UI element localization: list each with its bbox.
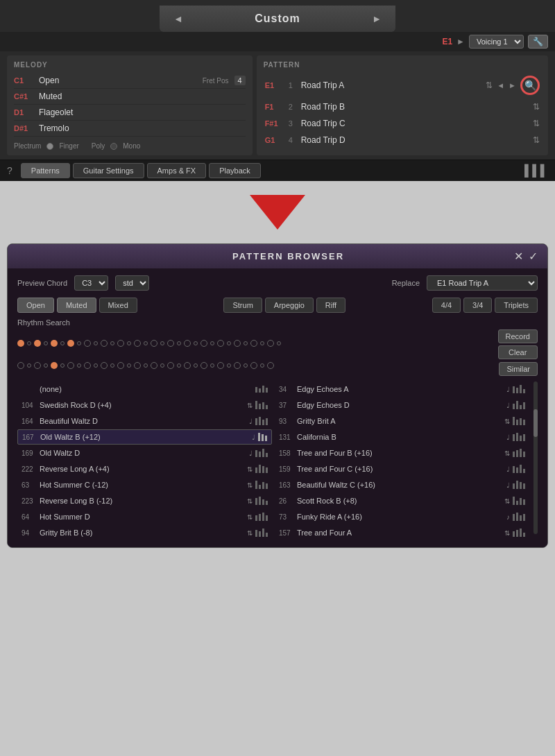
d2-27[interactable] bbox=[234, 362, 241, 369]
scrollbar-thumb[interactable] bbox=[533, 409, 538, 437]
melody-row-d1[interactable]: D1 Flageolet bbox=[14, 105, 246, 121]
chord-select[interactable]: C3 bbox=[74, 275, 108, 291]
d2-23[interactable] bbox=[200, 362, 207, 369]
filter-44[interactable]: 4/4 bbox=[432, 298, 461, 313]
record-button[interactable]: Record bbox=[498, 329, 538, 343]
next-arrow[interactable]: ► bbox=[372, 13, 382, 24]
list-item-73[interactable]: 73 Funky Ride A (+16) ♪ bbox=[275, 509, 529, 524]
pattern-row-g1[interactable]: G1 4 Road Trip D ⇅ bbox=[264, 132, 541, 148]
wrench-button[interactable]: 🔧 bbox=[528, 35, 548, 49]
poly-toggle[interactable] bbox=[110, 143, 117, 150]
d2-1[interactable] bbox=[17, 362, 24, 369]
dot-1[interactable] bbox=[17, 340, 24, 347]
filter-strum[interactable]: Strum bbox=[223, 298, 262, 313]
d2-13[interactable] bbox=[117, 362, 124, 369]
clear-button[interactable]: Clear bbox=[498, 345, 538, 359]
search-button[interactable]: 🔍 bbox=[520, 76, 540, 95]
filter-triplets[interactable]: Triplets bbox=[495, 298, 538, 313]
list-item-222[interactable]: 222 Reverse Long A (+4) ⇅ bbox=[17, 461, 272, 476]
d2-17[interactable] bbox=[151, 362, 157, 369]
list-item-131[interactable]: 131 California B ♩ bbox=[275, 429, 529, 445]
list-item-167[interactable]: 167 Old Waltz B (+12) ♩ bbox=[17, 429, 272, 445]
dot-23[interactable] bbox=[200, 340, 207, 347]
filter-riff[interactable]: Riff bbox=[316, 298, 345, 313]
d2-3[interactable] bbox=[34, 362, 41, 369]
dot-27[interactable] bbox=[234, 340, 241, 347]
similar-button[interactable]: Similar bbox=[499, 362, 538, 376]
pk-f1: F1 bbox=[265, 103, 284, 111]
d2-15[interactable] bbox=[134, 362, 141, 369]
list-item-169[interactable]: 169 Old Waltz D ♩ bbox=[17, 445, 272, 461]
d2-31[interactable] bbox=[267, 362, 274, 369]
down-arrow bbox=[250, 195, 305, 230]
d2-19[interactable] bbox=[167, 362, 174, 369]
pattern-row-fs1[interactable]: F#1 3 Road Trip C ⇅ bbox=[264, 116, 541, 131]
list-item-223[interactable]: 223 Reverse Long B (-12) ⇅ bbox=[17, 493, 272, 508]
d2-9[interactable] bbox=[84, 362, 91, 369]
d2-29[interactable] bbox=[250, 362, 257, 369]
d2-21[interactable] bbox=[184, 362, 191, 369]
dot-4 bbox=[44, 341, 48, 345]
voicing-select[interactable]: Voicing 1 bbox=[469, 35, 524, 49]
tab-amps-fx[interactable]: Amps & FX bbox=[147, 163, 207, 178]
list-item-159[interactable]: 159 Tree and Four C (+16) ♩ bbox=[275, 461, 529, 476]
d2-16 bbox=[144, 363, 148, 368]
tab-patterns[interactable]: Patterns bbox=[21, 163, 70, 178]
dot-25[interactable] bbox=[217, 340, 224, 347]
list-item-163[interactable]: 163 Beautiful Waltz C (+16) ♩ bbox=[275, 477, 529, 492]
filter-mixed[interactable]: Mixed bbox=[99, 298, 137, 313]
dot-31[interactable] bbox=[267, 340, 274, 347]
list-item-94[interactable]: 94 Gritty Brit B (-8) ⇅ bbox=[17, 525, 272, 540]
pattern-row-e1[interactable]: E1 1 Road Trip A ⇅ ◄ ► 🔍 bbox=[264, 73, 541, 98]
browser-confirm-button[interactable]: ✓ bbox=[529, 250, 538, 263]
filter-arpeggio[interactable]: Arpeggio bbox=[265, 298, 314, 313]
dot-15[interactable] bbox=[134, 340, 141, 347]
prev-arrow[interactable]: ◄ bbox=[173, 13, 183, 24]
list-item-64[interactable]: 64 Hot Summer D ⇅ bbox=[17, 509, 272, 524]
prev-btn-1[interactable]: ◄ bbox=[497, 81, 504, 89]
dot-3[interactable] bbox=[34, 340, 41, 347]
replace-select[interactable]: E1 Road Trip A bbox=[427, 275, 538, 291]
list-item-157[interactable]: 157 Tree and Four A ⇅ bbox=[275, 525, 529, 540]
dot-13[interactable] bbox=[117, 340, 124, 347]
d2-5[interactable] bbox=[51, 362, 58, 369]
list-item-93[interactable]: 93 Gritty Brit A ⇅ bbox=[275, 413, 529, 429]
dot-19[interactable] bbox=[167, 340, 174, 347]
list-item-none[interactable]: (none) bbox=[17, 381, 272, 397]
d2-25[interactable] bbox=[217, 362, 224, 369]
melody-row-c1[interactable]: C1 Open Fret Pos 4 bbox=[14, 73, 246, 89]
dot-17[interactable] bbox=[151, 340, 157, 347]
list-item-164[interactable]: 164 Beautiful Waltz D ♩ bbox=[17, 413, 272, 429]
play-btn-1[interactable]: ► bbox=[509, 81, 516, 89]
browser-close-button[interactable]: ✕ bbox=[514, 250, 523, 263]
std-select[interactable]: std bbox=[115, 275, 149, 291]
list-item-63[interactable]: 63 Hot Summer C (-12) ⇅ bbox=[17, 477, 272, 492]
list-item-37[interactable]: 37 Edgy Echoes D ♩ bbox=[275, 397, 529, 413]
d2-11[interactable] bbox=[101, 362, 108, 369]
dot-7[interactable] bbox=[67, 340, 74, 347]
dot-9[interactable] bbox=[84, 340, 91, 347]
item-icon-223: ⇅ bbox=[247, 497, 253, 505]
dot-29[interactable] bbox=[250, 340, 257, 347]
plectrum-toggle[interactable] bbox=[46, 143, 53, 150]
filter-muted[interactable]: Muted bbox=[57, 298, 96, 313]
help-button[interactable]: ? bbox=[7, 165, 12, 176]
melody-row-ds1[interactable]: D#1 Tremolo bbox=[14, 121, 246, 137]
tab-playback[interactable]: Playback bbox=[209, 163, 261, 178]
d2-7[interactable] bbox=[67, 362, 74, 369]
item-name-93: Gritty Brit A bbox=[297, 417, 502, 425]
dot-11[interactable] bbox=[101, 340, 108, 347]
filter-34[interactable]: 3/4 bbox=[463, 298, 492, 313]
tab-guitar-settings[interactable]: Guitar Settings bbox=[73, 163, 144, 178]
pattern-row-f1[interactable]: F1 2 Road Trip B ⇅ bbox=[264, 99, 541, 114]
scrollbar[interactable] bbox=[533, 381, 538, 534]
melody-row-cs1[interactable]: C#1 Muted bbox=[14, 89, 246, 105]
list-item-158[interactable]: 158 Tree and Four B (+16) ⇅ bbox=[275, 445, 529, 461]
filter-open[interactable]: Open bbox=[17, 298, 54, 313]
dot-5[interactable] bbox=[51, 340, 58, 347]
list-item-34[interactable]: 34 Edgy Echoes A ♩ bbox=[275, 381, 529, 397]
dot-21[interactable] bbox=[184, 340, 191, 347]
list-item-26[interactable]: 26 Scott Rock B (+8) ⇅ bbox=[275, 493, 529, 508]
list-item-104[interactable]: 104 Swedish Rock D (+4) ⇅ bbox=[17, 397, 272, 413]
custom-title: Custom bbox=[183, 12, 372, 25]
